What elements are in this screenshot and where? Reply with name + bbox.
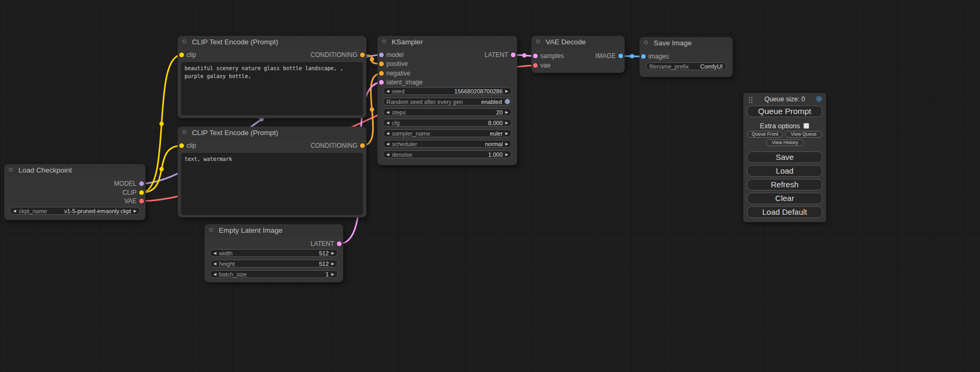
node-title: CLIP Text Encode (Prompt) <box>178 36 366 49</box>
conditioning-output-dot[interactable] <box>360 53 365 58</box>
prev-value-icon[interactable]: ◀ <box>386 142 389 146</box>
node-title-bar[interactable]: KSampler <box>377 36 517 49</box>
node-title-bar[interactable]: Save Image <box>639 37 733 50</box>
cfg-widget[interactable]: ◀ cfg 8.000 ▶ <box>383 119 512 127</box>
load-default-button[interactable]: Load Default <box>747 206 822 218</box>
node-clip-text-encode-positive[interactable]: CLIP Text Encode (Prompt) clip CONDITION… <box>178 36 366 118</box>
negative-prompt-textarea[interactable]: text, watermark <box>181 153 363 215</box>
collapse-dot-icon[interactable] <box>182 130 186 134</box>
seed-widget[interactable]: ◀ seed 156680208700286 ▶ <box>383 87 512 95</box>
positive-prompt-textarea[interactable]: beautiful scenery nature glass bottle la… <box>181 62 363 115</box>
prev-value-icon[interactable]: ◀ <box>214 272 216 276</box>
negative-input-dot[interactable] <box>379 71 384 76</box>
model-input-dot[interactable] <box>379 53 384 58</box>
queue-prompt-button[interactable]: Queue Prompt <box>747 106 822 117</box>
toggle-knob-icon[interactable] <box>504 99 510 104</box>
collapse-dot-icon[interactable] <box>9 168 13 171</box>
node-title-bar[interactable]: Load Checkpoint <box>4 164 145 177</box>
model-output-dot[interactable] <box>139 182 144 186</box>
prev-value-icon[interactable]: ◀ <box>214 262 216 265</box>
node-title-bar[interactable]: VAE Decode <box>531 36 625 49</box>
batch-size-widget[interactable]: ◀ batch_size 1 ▶ <box>210 270 338 278</box>
input-slot-latent-image: latent_image <box>377 78 517 87</box>
next-value-icon[interactable]: ▶ <box>506 152 508 156</box>
node-title-bar[interactable]: Empty Latent Image <box>205 224 343 237</box>
node-clip-text-encode-negative[interactable]: CLIP Text Encode (Prompt) clip CONDITION… <box>178 127 366 217</box>
node-vae-decode[interactable]: VAE Decode samples IMAGE vae <box>531 36 625 73</box>
collapse-dot-icon[interactable] <box>536 40 540 43</box>
filename-prefix-widget[interactable]: filename_prefix ComfyUI <box>646 62 726 70</box>
refresh-button[interactable]: Refresh <box>747 179 822 190</box>
slot-row: model LATENT <box>377 51 517 59</box>
latent-output-dot[interactable] <box>511 53 516 58</box>
next-value-icon[interactable]: ▶ <box>332 262 334 265</box>
slot-row: clip CONDITIONING <box>178 141 366 150</box>
collapse-dot-icon[interactable] <box>382 40 386 43</box>
random-seed-toggle-widget[interactable]: Random seed after every gen enabled <box>383 98 512 106</box>
width-widget[interactable]: ◀ width 512 ▶ <box>210 249 338 257</box>
collapse-dot-icon[interactable] <box>182 40 186 43</box>
scheduler-widget[interactable]: ◀ scheduler normal ▶ <box>383 140 512 148</box>
settings-gear-icon[interactable] <box>816 96 822 102</box>
clear-button[interactable]: Clear <box>747 193 822 204</box>
node-empty-latent-image[interactable]: Empty Latent Image LATENT ◀ width 512 ▶ … <box>205 224 343 282</box>
denoise-widget[interactable]: ◀ denoise 1.000 ▶ <box>383 150 512 158</box>
next-value-icon[interactable]: ▶ <box>332 272 334 276</box>
input-slot-images: images <box>639 52 733 61</box>
save-button[interactable]: Save <box>747 151 822 163</box>
positive-input-dot[interactable] <box>379 62 384 66</box>
vae-input-dot[interactable] <box>533 63 538 68</box>
clip-input-dot[interactable] <box>179 53 184 58</box>
latent-output-dot[interactable] <box>337 242 342 246</box>
images-input-dot[interactable] <box>641 54 646 59</box>
node-title-bar[interactable]: CLIP Text Encode (Prompt) <box>178 36 366 49</box>
input-slot-negative: negative <box>377 69 517 78</box>
node-save-image[interactable]: Save Image images filename_prefix ComfyU… <box>639 37 733 77</box>
slot-row: clip CONDITIONING <box>178 51 366 59</box>
samples-input-dot[interactable] <box>533 54 538 59</box>
prev-value-icon[interactable]: ◀ <box>214 251 216 255</box>
prev-value-icon[interactable]: ◀ <box>13 209 16 213</box>
clip-output-dot[interactable] <box>139 190 144 195</box>
steps-widget[interactable]: ◀ steps 20 ▶ <box>383 108 512 116</box>
queue-size-label: Queue size: 0 <box>743 96 826 103</box>
input-slot-vae: vae <box>531 61 625 70</box>
prev-value-icon[interactable]: ◀ <box>386 110 389 114</box>
comfyui-canvas[interactable]: { "colors": { "model": "#B39DDB", "clip"… <box>0 0 980 372</box>
view-history-button[interactable]: View History <box>766 139 804 146</box>
next-value-icon[interactable]: ▶ <box>506 89 508 93</box>
height-widget[interactable]: ◀ height 512 ▶ <box>210 260 338 268</box>
slot-row: samples IMAGE <box>531 52 625 60</box>
view-queue-button[interactable]: View Queue <box>785 131 822 138</box>
latent-image-input-dot[interactable] <box>379 80 384 85</box>
conditioning-output-dot[interactable] <box>360 144 365 148</box>
next-value-icon[interactable]: ▶ <box>134 209 137 213</box>
prev-value-icon[interactable]: ◀ <box>386 131 389 135</box>
next-value-icon[interactable]: ▶ <box>506 142 508 146</box>
collapse-dot-icon[interactable] <box>644 41 648 44</box>
clip-input-dot[interactable] <box>179 144 184 148</box>
node-title: VAE Decode <box>531 36 625 49</box>
queue-front-button[interactable]: Queue Front <box>747 131 783 138</box>
image-output-dot[interactable] <box>618 54 623 59</box>
next-value-icon[interactable]: ▶ <box>506 110 508 114</box>
next-value-icon[interactable]: ▶ <box>506 131 508 135</box>
load-button[interactable]: Load <box>747 165 822 177</box>
node-title-bar[interactable]: CLIP Text Encode (Prompt) <box>178 127 366 139</box>
node-title: KSampler <box>377 36 517 49</box>
prev-value-icon[interactable]: ◀ <box>386 121 389 125</box>
vae-output-dot[interactable] <box>139 199 144 204</box>
node-load-checkpoint[interactable]: Load Checkpoint MODEL CLIP VAE ◀ ckpt_na… <box>4 164 145 220</box>
ckpt-name-widget[interactable]: ◀ ckpt_name v1-5-pruned-emaonly.ckpt ▶ <box>9 207 140 215</box>
node-ksampler[interactable]: KSampler model LATENT positive negative … <box>377 36 517 165</box>
extra-options-checkbox[interactable] <box>803 123 809 129</box>
output-slot-model: MODEL <box>4 179 145 188</box>
sampler-name-widget[interactable]: ◀ sampler_name euler ▶ <box>383 129 512 137</box>
node-title: Empty Latent Image <box>205 224 343 237</box>
extra-options-label: Extra options <box>760 122 800 130</box>
prev-value-icon[interactable]: ◀ <box>386 89 389 93</box>
collapse-dot-icon[interactable] <box>209 228 213 232</box>
next-value-icon[interactable]: ▶ <box>332 251 334 255</box>
prev-value-icon[interactable]: ◀ <box>386 152 389 156</box>
next-value-icon[interactable]: ▶ <box>506 121 508 125</box>
